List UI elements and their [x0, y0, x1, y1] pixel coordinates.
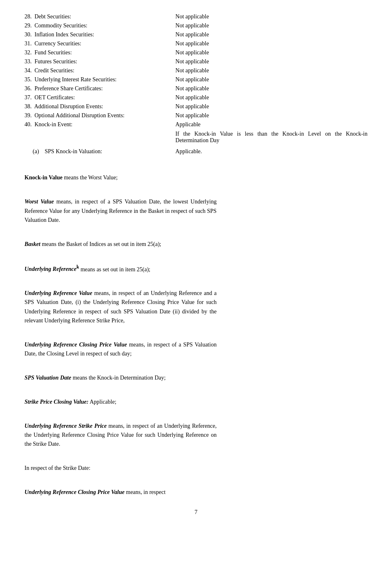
item-30-value: Not applicable — [176, 31, 209, 38]
item-38-label: Additional Disruption Events: — [34, 103, 103, 109]
sub-item-a-row: (a) SPS Knock-in Valuation: Applicable. — [24, 147, 368, 156]
def-basket-bold: Basket — [24, 241, 40, 247]
knock-in-description-row: If the Knock-in Value is less than the K… — [24, 129, 368, 147]
item-32-label: Fund Securities: — [35, 49, 72, 56]
items-table: 28. Debt Securities: Not applicable 29. … — [24, 12, 368, 156]
item-39-label: Optional Additional Disruption Events: — [35, 112, 125, 118]
table-row: 29. Commodity Securities: Not applicable — [24, 21, 368, 30]
def-ur-k-rest: means as set out in item 25(a); — [79, 266, 151, 272]
strike-date-label: In respect of the Strike Date: — [24, 465, 90, 471]
def-urv-bold: Underlying Reference Value — [24, 290, 92, 296]
definitions-area: Knock-in Value means the Worst Value; Wo… — [24, 164, 368, 497]
item-31-label: Currency Securities: — [35, 40, 82, 47]
item-32-value: Not applicable — [176, 49, 209, 56]
def-spcv-rest: Applicable; — [89, 399, 116, 405]
item-38-value: Not applicable — [176, 103, 209, 109]
item-30-number: 30. — [24, 31, 32, 38]
definition-basket: Basket means the Basket of Indices as se… — [24, 230, 368, 249]
definition-strike-price-closing-value: Strike Price Closing Value: Applicable; — [24, 388, 368, 407]
def-ur-k-bold: Underlying Reference — [24, 266, 76, 272]
item-33-value: Not applicable — [176, 58, 209, 65]
page: 28. Debt Securities: Not applicable 29. … — [0, 0, 392, 581]
sub-item-a-name: SPS Knock-in Valuation: — [45, 148, 102, 154]
definition-sps-valuation-date: SPS Valuation Date means the Knock-in De… — [24, 364, 368, 383]
item-37-value: Not applicable — [176, 94, 209, 101]
def-knock-in-value-bold: Knock-in Value — [24, 174, 62, 181]
definition-underlying-reference-k: Underlying Referencek means as set out i… — [24, 255, 368, 274]
def-urcpv-final-rest: means, in respect — [125, 489, 165, 495]
item-35-label: Underlying Interest Rate Securities: — [35, 76, 117, 83]
definition-urcpv-final: Underlying Reference Closing Price Value… — [24, 479, 368, 497]
def-urcpv-final-bold: Underlying Reference Closing Price Value — [24, 489, 125, 495]
sub-item-a-value: Applicable. — [176, 148, 202, 154]
table-row: 30. Inflation Index Securities: Not appl… — [24, 30, 368, 39]
table-row: 31. Currency Securities: Not applicable — [24, 39, 368, 48]
item-36-value: Not applicable — [176, 85, 209, 92]
definition-underlying-reference-value: Underlying Reference Value means, in res… — [24, 280, 368, 326]
item-33-number: 33. — [24, 58, 32, 65]
item-38-number: 38. — [24, 103, 32, 109]
table-row: 32. Fund Securities: Not applicable — [24, 48, 368, 57]
item-35-value: Not applicable — [176, 76, 209, 83]
item-33-label: Futures Securities: — [35, 58, 78, 65]
table-row: 37. OET Certificates: Not applicable — [24, 93, 368, 102]
table-row: 33. Futures Securities: Not applicable — [24, 57, 368, 66]
item-40-label: Knock-in Event: — [35, 121, 73, 127]
table-row: 39. Optional Additional Disruption Event… — [24, 111, 368, 120]
def-svd-bold: SPS Valuation Date — [24, 375, 71, 381]
item-29-value: Not applicable — [176, 22, 209, 29]
table-row: 38. Additional Disruption Events: Not ap… — [24, 102, 368, 111]
table-row: 28. Debt Securities: Not applicable — [24, 12, 368, 21]
item-28-label: Debt Securities: — [35, 13, 71, 20]
item-39-value: Not applicable — [176, 112, 209, 118]
definition-underlying-reference-strike-price: Underlying Reference Strike Price means,… — [24, 412, 368, 449]
def-urcpv1-bold: Underlying Reference Closing Price Value — [24, 342, 127, 348]
item-34-label: Credit Securities: — [35, 67, 75, 74]
definition-worst-value: Worst Value means, in respect of a SPS V… — [24, 188, 368, 225]
page-number: 7 — [24, 509, 368, 516]
item-34-number: 34. — [24, 67, 32, 74]
item-37-label: OET Certificates: — [35, 94, 75, 101]
table-row: 35. Underlying Interest Rate Securities:… — [24, 75, 368, 84]
def-knock-in-value-rest: means the Worst Value; — [62, 174, 118, 181]
item-37-number: 37. — [24, 94, 32, 101]
item-29-label: Commodity Securities: — [35, 22, 88, 29]
table-row: 34. Credit Securities: Not applicable — [24, 66, 368, 75]
def-svd-rest: means the Knock-in Determination Day; — [71, 375, 165, 381]
item-35-number: 35. — [24, 76, 32, 83]
item-40-value: Applicable — [176, 121, 200, 127]
definition-knock-in-value: Knock-in Value means the Worst Value; — [24, 164, 368, 183]
def-ursp-bold: Underlying Reference Strike Price — [24, 423, 107, 429]
item-36-label: Preference Share Certificates: — [35, 85, 103, 92]
item-32-number: 32. — [24, 49, 32, 56]
strike-date-intro: In respect of the Strike Date: — [24, 455, 368, 473]
table-row-40: 40. Knock-in Event: Applicable — [24, 120, 368, 129]
definition-urcpv-1: Underlying Reference Closing Price Value… — [24, 331, 368, 359]
item-36-number: 36. — [24, 85, 32, 92]
item-31-number: 31. — [24, 40, 32, 47]
item-40-number: 40. — [24, 121, 32, 127]
def-spcv-bold: Strike Price Closing Value: — [24, 399, 89, 405]
item-31-value: Not applicable — [176, 40, 209, 47]
item-28-number: 28. — [24, 13, 32, 20]
item-29-number: 29. — [24, 22, 32, 29]
def-basket-rest: means the Basket of Indices as set out i… — [40, 241, 161, 247]
item-28-value: Not applicable — [176, 13, 209, 20]
def-worst-value-bold: Worst Value — [24, 199, 54, 205]
knock-in-description: If the Knock-in Value is less than the K… — [176, 131, 368, 143]
item-30-label: Inflation Index Securities: — [35, 31, 94, 38]
sub-item-a-marker: (a) — [24, 148, 39, 154]
item-39-number: 39. — [24, 112, 32, 118]
table-row: 36. Preference Share Certificates: Not a… — [24, 84, 368, 93]
item-34-value: Not applicable — [176, 67, 209, 74]
